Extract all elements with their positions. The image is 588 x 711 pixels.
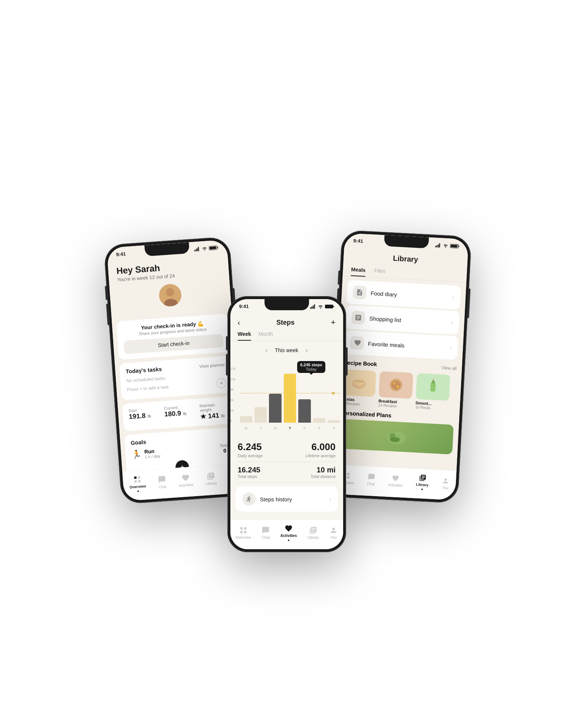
shopping-icon-svg (354, 314, 362, 321)
nav-indicator-r (421, 488, 423, 490)
nav-you-label-r: You (442, 485, 448, 490)
nav-library-center[interactable]: Library (308, 526, 319, 540)
svg-rect-26 (437, 244, 438, 248)
library-content: Library Meals Files (332, 233, 469, 475)
nav-activities-label: Activities (178, 482, 193, 488)
favorite-meals-icon (350, 336, 364, 350)
vol-up-right[interactable] (338, 271, 340, 285)
start-checkin-button[interactable]: Start check-in (124, 334, 224, 354)
breakfast-img (378, 371, 413, 399)
bar-sun (328, 367, 340, 423)
view-planner-link[interactable]: View planner (199, 362, 225, 369)
wifi-icon-c (318, 304, 323, 309)
power-center[interactable] (346, 347, 348, 376)
svg-rect-38 (432, 381, 434, 383)
steps-history-card[interactable]: Steps history › (236, 486, 338, 512)
steps-tabs: Week Month (230, 331, 343, 341)
tab-files[interactable]: Files (374, 268, 385, 278)
food-diary-item[interactable]: Food diary › (346, 280, 461, 309)
nav-library-label-r: Library (415, 482, 428, 487)
vol-up-center[interactable] (226, 336, 228, 350)
nav-activities-center[interactable]: Activities (280, 524, 297, 541)
nav-chat-label: Chat (158, 484, 166, 489)
svg-rect-24 (435, 246, 436, 247)
divider2 (236, 482, 338, 483)
volume-down-btn[interactable] (106, 304, 109, 325)
nav-activities-right[interactable]: Activities (388, 474, 403, 487)
svg-rect-22 (240, 531, 242, 533)
battery-icon-c (325, 304, 334, 309)
shopping-chevron: › (451, 319, 453, 326)
status-icons-right (435, 243, 459, 248)
nav-chat-label-c: Chat (262, 535, 270, 540)
shopping-list-label: Shopping list (369, 315, 401, 323)
add-task-button[interactable]: + (216, 378, 226, 389)
nav-you-center[interactable]: You (329, 526, 338, 540)
chat-icon (157, 475, 166, 484)
svg-rect-23 (244, 531, 246, 533)
bar-sat (313, 367, 325, 423)
vol-down-center[interactable] (226, 354, 228, 376)
you-icon-c (329, 526, 338, 534)
phone-center-screen: 9:41 ‹ Steps + (230, 299, 343, 549)
back-button[interactable]: ‹ (238, 318, 240, 327)
overview-content: Hey Sarah You're in week 12 out of 24 (106, 240, 242, 475)
activities-icon-c (285, 524, 293, 533)
svg-rect-10 (134, 476, 137, 479)
nav-library-label: Library (205, 481, 217, 485)
tasks-title: Today's tasks (125, 366, 162, 375)
volume-up-btn[interactable] (105, 286, 108, 300)
shopping-list-item[interactable]: Shopping list › (345, 305, 460, 335)
lifetime-avg-stat: 6.000 Lifetime average (305, 441, 335, 458)
tab-week[interactable]: Week (238, 331, 251, 341)
nav-chat-center[interactable]: Chat (262, 526, 270, 540)
weight-card: Start 191.8 lb Current 180.9 lb Maintain… (122, 396, 234, 431)
nav-overview-left[interactable]: Overview (129, 475, 147, 492)
tooltip-val: 6.245 steps (300, 363, 322, 367)
nav-overview-center[interactable]: Overview (236, 526, 251, 540)
recipe-header: Recipe Book View all (343, 359, 456, 371)
svg-rect-12 (134, 480, 137, 483)
nav-library-right[interactable]: Library (415, 474, 429, 491)
recipe-smoothie[interactable]: Smoot... 10 Recip... (415, 373, 450, 411)
bar-tue (254, 367, 267, 423)
you-icon-r (441, 477, 449, 485)
bar-mon (240, 367, 252, 423)
recipe-breakfast[interactable]: Breakfast 14 Recipes (378, 371, 413, 409)
goal-row: 🏃 Run 1 h / day Today 0 h (131, 443, 231, 460)
personalized-banner[interactable] (339, 419, 454, 455)
food-diary-label: Food diary (370, 290, 397, 298)
nav-you-right[interactable]: You (441, 477, 450, 490)
bars-container (240, 367, 340, 423)
prev-week-button[interactable]: ‹ (266, 347, 267, 354)
svg-rect-0 (194, 250, 195, 251)
footsteps-icon (245, 495, 253, 503)
favorite-icon-svg (353, 339, 361, 347)
favorite-meals-item[interactable]: Favorite meals › (344, 330, 458, 360)
svg-rect-14 (310, 307, 311, 309)
tab-meals[interactable]: Meals (351, 266, 365, 277)
wifi-icon-r (442, 243, 449, 248)
steps-content: ‹ Steps + Week Month ‹ This week (230, 299, 343, 523)
svg-rect-2 (197, 248, 198, 251)
tab-month[interactable]: Month (259, 331, 273, 341)
svg-rect-18 (325, 305, 333, 308)
phone-left-screen: 9:41 Hey Sarah You're in week 12 out of … (106, 240, 244, 501)
weight-start: Start 191.8 lb (128, 407, 157, 426)
nav-library-left[interactable]: Library (205, 472, 217, 486)
next-week-button[interactable]: › (306, 347, 308, 354)
diary-icon-svg (355, 289, 363, 296)
total-steps-val: 16.245 (238, 466, 260, 474)
nav-chat-left[interactable]: Chat (157, 475, 166, 489)
steps-title: Steps (276, 319, 295, 327)
breakfast-svg (386, 375, 406, 395)
power-right[interactable] (467, 288, 470, 318)
steps-stats: 6.245 Daily average 6.000 Lifetime avera… (230, 438, 343, 462)
add-steps-button[interactable]: + (331, 318, 336, 327)
bottom-nav-center: Overview Chat Activities (230, 520, 343, 549)
nav-activities-left[interactable]: Activities (178, 473, 193, 488)
history-icon (242, 492, 256, 506)
view-all-link[interactable]: View all (441, 365, 457, 371)
phones-group: 9:41 Hey Sarah You're in week 12 out of … (101, 189, 487, 522)
nav-chat-right[interactable]: Chat (367, 473, 375, 486)
